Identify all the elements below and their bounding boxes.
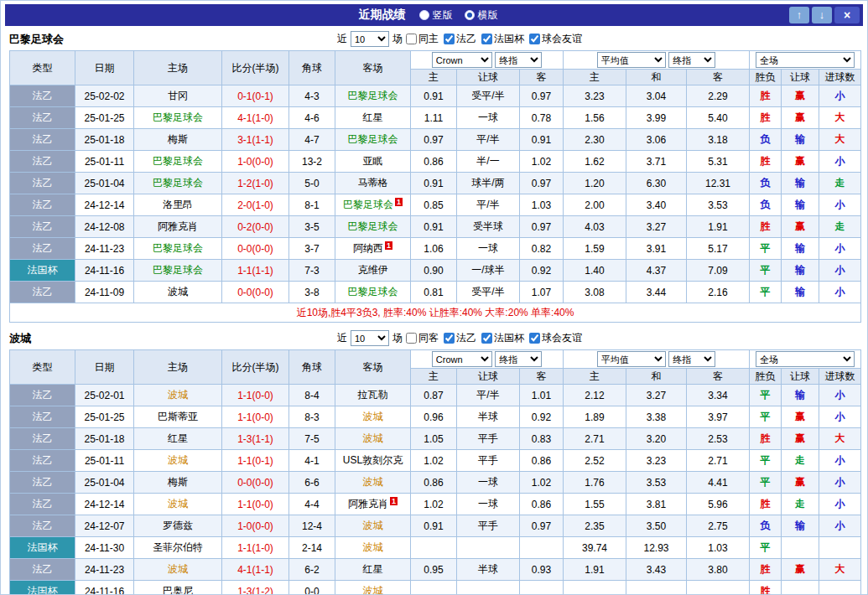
col-header-league: 类型	[10, 51, 75, 85]
home-team-cell: 圣菲尔伯特	[134, 537, 222, 559]
corners-cell: 3-8	[289, 282, 335, 303]
close-icon: ×	[844, 8, 850, 22]
away-team-cell: 亚眠	[335, 151, 411, 173]
fulltime-select[interactable]: 全场	[756, 351, 855, 367]
closing-odds-select[interactable]: 终指	[495, 52, 542, 68]
friendly-checkbox[interactable]	[529, 34, 540, 44]
avg-away-cell: 1.91	[687, 216, 750, 238]
match-row: 法乙25-01-04巴黎足球会1-2(1-0)5-0马蒂格0.91球半/两0.9…	[10, 173, 861, 194]
match-row: 法乙25-02-01波城1-1(0-0)8-4拉瓦勒0.87平/半1.012.1…	[10, 385, 861, 406]
team-name: 波城	[168, 454, 188, 466]
avg-home-cell: 1.91	[564, 559, 626, 581]
league-cell: 法乙	[10, 406, 75, 428]
col-header-date: 日期	[75, 350, 134, 385]
match-row: 法乙24-12-14波城1-1(0-0)4-4阿雅克肖11.02一球0.861.…	[10, 494, 861, 515]
result-handicap-cell: 走	[782, 450, 819, 472]
result-handicap-cell: 输	[782, 173, 819, 194]
filter-ligue2[interactable]: 法乙	[444, 331, 476, 345]
filter-same-home[interactable]: 同主	[406, 32, 439, 46]
average-odds-select[interactable]: 平均值	[597, 351, 666, 367]
red-card-badge: 1	[390, 497, 398, 505]
avg-home-cell: 2.35	[564, 515, 626, 537]
score-cell: 1-2(1-0)	[222, 173, 289, 194]
col-header-corners: 角球	[289, 51, 335, 85]
ligue2-checkbox[interactable]	[444, 34, 455, 44]
match-count-select[interactable]: 10	[351, 31, 389, 47]
avg-away-cell: 3.18	[687, 129, 750, 151]
filter-club-friendly[interactable]: 球会友谊	[529, 331, 582, 345]
friendly-checkbox[interactable]	[529, 333, 540, 344]
league-cell: 法国杯	[10, 581, 75, 595]
filter-coupe-de-france[interactable]: 法国杯	[481, 32, 524, 46]
avg-away-cell: 2.75	[687, 515, 750, 537]
match-count-select[interactable]: 10	[351, 330, 389, 346]
team-name: 圣菲尔伯特	[153, 541, 203, 553]
match-row: 法乙25-01-25巴斯蒂亚1-1(0-0)8-3波城0.96半球0.921.8…	[10, 406, 861, 428]
match-row: 法乙24-12-07罗德兹1-0(0-0)12-4波城0.91平手0.972.3…	[10, 515, 861, 537]
layout-radio-vertical[interactable]: 竖版	[419, 8, 453, 23]
coupe-checkbox[interactable]	[481, 333, 492, 344]
scroll-up-button[interactable]: ↑	[789, 7, 809, 23]
col-header-away: 客场	[335, 51, 411, 85]
odds-home-cell: 0.81	[411, 282, 457, 303]
subcol-handicap: 让球	[457, 70, 520, 85]
close-button[interactable]: ×	[834, 7, 860, 23]
section-header-team2: 波城 近 10 场 同客 法乙 法国杯 球会	[9, 327, 859, 349]
team-name: 甘冈	[168, 90, 188, 101]
average-odds-header: 平均值 终指	[564, 350, 750, 369]
filter-coupe-de-france[interactable]: 法国杯	[481, 331, 524, 345]
same-home-checkbox[interactable]	[406, 34, 417, 44]
same-away-checkbox[interactable]	[406, 333, 417, 344]
avg-draw-cell: 3.53	[626, 472, 687, 494]
coupe-checkbox[interactable]	[481, 34, 492, 44]
filter-label: 同客	[418, 331, 439, 345]
filter-same-away[interactable]: 同客	[406, 331, 439, 345]
odds-away-cell: 0.83	[520, 428, 564, 450]
handicap-line-cell: 半球	[457, 406, 520, 428]
bookmaker-select[interactable]: Crown	[432, 351, 492, 367]
filter-label: 球会友谊	[542, 331, 582, 345]
date-cell: 25-01-18	[75, 428, 134, 450]
date-cell: 24-11-16	[75, 260, 134, 282]
odds-home-cell: 0.91	[411, 85, 457, 107]
score-cell: 0-0(0-0)	[222, 472, 289, 494]
closing-odds-select[interactable]: 终指	[668, 351, 715, 367]
handicap-line-cell: 一/球半	[457, 260, 520, 282]
radio-icon[interactable]	[419, 10, 429, 20]
league-cell: 法乙	[10, 559, 75, 581]
team-name: 巴黎足球会	[348, 220, 398, 232]
odds-home-cell	[411, 581, 457, 595]
avg-home-cell: 1.62	[564, 151, 626, 173]
filter-club-friendly[interactable]: 球会友谊	[529, 32, 582, 46]
date-cell: 24-12-14	[75, 194, 134, 216]
average-odds-select[interactable]: 平均值	[597, 52, 666, 68]
radio-icon[interactable]	[465, 10, 475, 20]
filter-label: 法国杯	[494, 331, 524, 345]
away-team-cell: 波城	[335, 428, 411, 450]
layout-radio-horizontal[interactable]: 横版	[465, 8, 498, 23]
date-cell: 25-01-11	[75, 151, 134, 173]
scroll-down-button[interactable]: ↓	[812, 7, 832, 23]
avg-home-cell: 1.55	[564, 494, 626, 515]
col-header-score: 比分(半场)	[222, 51, 289, 85]
result-wdl-cell: 胜	[750, 428, 782, 450]
section-header-team1: 巴黎足球会 近 10 场 同主 法乙 法国杯	[9, 28, 859, 50]
closing-odds-select[interactable]: 终指	[668, 52, 715, 68]
odds-away-cell: 0.86	[520, 494, 564, 515]
handicap-line-cell: 一球	[457, 107, 520, 129]
ligue2-checkbox[interactable]	[444, 333, 455, 344]
fulltime-select[interactable]: 全场	[756, 52, 855, 68]
score-cell: 0-2(0-0)	[222, 216, 289, 238]
result-wdl-cell: 平	[750, 537, 782, 559]
filter-ligue2[interactable]: 法乙	[444, 32, 476, 46]
bookmaker-select[interactable]: Crown	[432, 52, 492, 68]
odds-home-cell	[411, 537, 457, 559]
team-name: 巴黎足球会	[153, 242, 203, 254]
home-team-cell: 梅斯	[134, 472, 222, 494]
league-cell: 法乙	[10, 151, 75, 173]
score-cell: 4-1(1-1)	[222, 559, 289, 581]
odds-home-cell: 0.86	[411, 472, 457, 494]
filter-label: 同主	[418, 32, 439, 46]
closing-odds-select[interactable]: 终指	[495, 351, 542, 367]
away-team-cell: 克维伊	[335, 260, 411, 282]
